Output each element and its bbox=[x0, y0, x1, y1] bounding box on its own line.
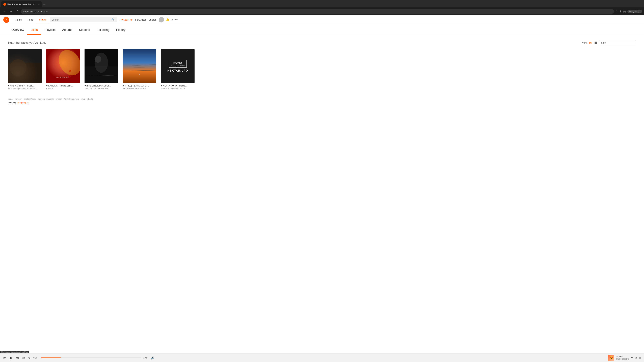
track-title: ♥ King K Global x Te Dai'... bbox=[8, 84, 42, 87]
downloads-icon[interactable]: ⬇ bbox=[619, 10, 622, 13]
track-title: ♥ KAROL G, Romeo Sant... bbox=[46, 84, 80, 87]
footer-link-charts[interactable]: Charts bbox=[87, 98, 93, 100]
tab-albums[interactable]: Albums bbox=[59, 28, 76, 35]
grid-view-button[interactable]: ⊞ bbox=[588, 40, 592, 45]
svg-point-12 bbox=[94, 56, 101, 63]
logo-waves: ≋ bbox=[6, 19, 7, 21]
refresh-button[interactable]: ↺ bbox=[15, 9, 19, 14]
view-label: View bbox=[582, 41, 587, 44]
incognito-badge: Incognito (2) bbox=[628, 10, 642, 13]
track-title: ♥ (FREE) NEKTAR.UFO! ... bbox=[84, 84, 118, 87]
upload-button[interactable]: Upload bbox=[148, 18, 156, 21]
tab-following[interactable]: Following bbox=[93, 28, 113, 35]
search-icon[interactable]: 🔍 bbox=[111, 18, 115, 21]
header-icons: 🔔 ✉ ••• bbox=[166, 18, 178, 21]
language-label: Language: bbox=[8, 102, 18, 104]
track-artist: © 2020 Purge Gang Entertaint... bbox=[8, 87, 42, 90]
track-card[interactable]: PARENTAL ADVISORY EXPLICIT CONTENT NEKTA… bbox=[161, 49, 194, 90]
svg-text:PARENTAL ADVISORY: PARENTAL ADVISORY bbox=[56, 77, 70, 78]
svg-text:🎵: 🎵 bbox=[12, 73, 14, 75]
nav-feed[interactable]: Feed bbox=[25, 15, 36, 24]
content-header: Hear the tracks you've liked: View ⊞ ☰ bbox=[8, 40, 636, 45]
list-view-button[interactable]: ☰ bbox=[594, 40, 598, 45]
tab-favicon bbox=[3, 3, 6, 6]
footer-link-artist-resources[interactable]: Artist Resources bbox=[64, 98, 79, 100]
notifications-icon[interactable]: 🔔 bbox=[166, 18, 170, 21]
track-thumbnail bbox=[84, 49, 118, 83]
svg-text:✕: ✕ bbox=[68, 69, 72, 73]
view-controls: View ⊞ ☰ bbox=[582, 40, 636, 45]
filter-input[interactable] bbox=[599, 40, 636, 45]
track-image-1: 🎵 bbox=[8, 49, 42, 83]
svg-point-17 bbox=[139, 74, 140, 75]
footer-link-legal[interactable]: Legal bbox=[8, 98, 13, 100]
more-options-icon[interactable]: ••• bbox=[175, 18, 178, 21]
forward-button[interactable]: → bbox=[8, 9, 14, 14]
track-image-4 bbox=[123, 49, 156, 83]
content-title: Hear the tracks you've liked: bbox=[8, 41, 46, 44]
back-button[interactable]: ← bbox=[2, 9, 7, 14]
content-area: Hear the tracks you've liked: View ⊞ ☰ 🎵… bbox=[0, 35, 644, 109]
library-nav: Overview Likes Playlists Albums Stations… bbox=[0, 24, 644, 35]
language-value[interactable]: English (US) bbox=[18, 102, 29, 104]
search-input[interactable] bbox=[52, 18, 110, 21]
close-tab-icon[interactable]: × bbox=[38, 3, 40, 6]
footer-link-consent[interactable]: Consent Manager bbox=[38, 98, 54, 100]
footer-link-cookie[interactable]: Cookie Policy bbox=[24, 98, 36, 100]
track-grid: 🎵 ♥ King K Global x Te Dai'... © 2020 Pu… bbox=[8, 49, 636, 90]
parental-advisory: PARENTAL ADVISORY EXPLICIT CONTENT bbox=[169, 60, 187, 67]
track-artist: NEKTAR.UFO.BEATS.816 bbox=[123, 87, 156, 90]
new-tab-button[interactable]: + bbox=[42, 3, 46, 6]
svg-point-10 bbox=[94, 53, 108, 73]
tab-title: Hear the tracks you've liked: on... bbox=[8, 3, 37, 5]
tab-likes[interactable]: Likes bbox=[27, 28, 41, 35]
address-bar[interactable] bbox=[21, 9, 614, 14]
sidebar-icon[interactable]: ▤ bbox=[623, 10, 626, 13]
nav-icons: ☆ ⬇ ▤ Incognito (2) bbox=[615, 10, 642, 13]
track-card[interactable]: ♥ (FREE) NEKTAR.UFO! ... NEKTAR.UFO.BEAT… bbox=[84, 49, 118, 90]
soundcloud-logo[interactable]: ≋ bbox=[3, 17, 10, 23]
tab-bar: Hear the tracks you've liked: on... × + bbox=[0, 0, 644, 7]
artist-name-overlay: NEKTAR.UFO bbox=[167, 69, 188, 72]
svg-point-2 bbox=[10, 59, 26, 76]
track-image-3 bbox=[84, 49, 118, 83]
nav-bar: ← → ↺ ☆ ⬇ ▤ Incognito (2) bbox=[0, 7, 644, 15]
footer-link-imprint[interactable]: Imprint bbox=[56, 98, 62, 100]
browser-chrome: Hear the tracks you've liked: on... × + … bbox=[0, 0, 644, 15]
tab-stations[interactable]: Stations bbox=[76, 28, 93, 35]
track-card[interactable]: ♥ (FREE) NEKTAR.UFO! ... NEKTAR.UFO.BEAT… bbox=[123, 49, 156, 90]
footer-link-privacy[interactable]: Privacy bbox=[15, 98, 22, 100]
track-card[interactable]: 🎵 ♥ King K Global x Te Dai'... © 2020 Pu… bbox=[8, 49, 42, 90]
track-artist: Karol G bbox=[46, 87, 80, 90]
svg-rect-0 bbox=[8, 49, 42, 83]
track-thumbnail: ✕ PARENTAL ADVISORY bbox=[46, 49, 80, 83]
for-artists-link[interactable]: For Artists bbox=[135, 18, 146, 21]
track-thumbnail: 🎵 bbox=[8, 49, 42, 83]
tab-playlists[interactable]: Playlists bbox=[41, 28, 59, 35]
messages-icon[interactable]: ✉ bbox=[171, 18, 173, 21]
logo-icon: ≋ bbox=[3, 17, 10, 23]
svg-rect-1 bbox=[8, 63, 42, 83]
track-artist: NEKTAR.UFO.BEATS.816 bbox=[84, 87, 118, 90]
track-title: ♥ (FREE) NEKTAR.UFO! ... bbox=[123, 84, 156, 87]
nav-home[interactable]: Home bbox=[13, 15, 24, 24]
nav-library[interactable]: Library bbox=[36, 15, 49, 24]
active-tab[interactable]: Hear the tracks you've liked: on... × bbox=[1, 1, 42, 7]
tab-history[interactable]: History bbox=[113, 28, 129, 35]
bookmark-icon[interactable]: ☆ bbox=[615, 10, 618, 13]
track-image-2: ✕ PARENTAL ADVISORY bbox=[46, 49, 80, 83]
footer-language: Language: English (US) bbox=[8, 102, 636, 104]
user-avatar[interactable] bbox=[159, 17, 164, 22]
footer-links: Legal - Privacy - Cookie Policy - Consen… bbox=[8, 98, 636, 100]
app-header: ≋ Home Feed Library 🔍 Try Next Pro For A… bbox=[0, 15, 644, 24]
track-thumbnail bbox=[123, 49, 156, 83]
track-thumbnail: PARENTAL ADVISORY EXPLICIT CONTENT NEKTA… bbox=[161, 49, 194, 83]
track-artist: NEKTAR.UFO.BEATS.816 bbox=[161, 87, 194, 90]
track-card[interactable]: ✕ PARENTAL ADVISORY ♥ KAROL G, Romeo San… bbox=[46, 49, 80, 90]
try-next-pro-button[interactable]: Try Next Pro bbox=[120, 18, 132, 21]
footer-link-blog[interactable]: Blog bbox=[81, 98, 85, 100]
search-bar: 🔍 bbox=[50, 17, 117, 22]
tab-overview[interactable]: Overview bbox=[8, 28, 27, 35]
track-title: ♥ NEKTAR.UFO! - Defab... bbox=[161, 84, 194, 87]
